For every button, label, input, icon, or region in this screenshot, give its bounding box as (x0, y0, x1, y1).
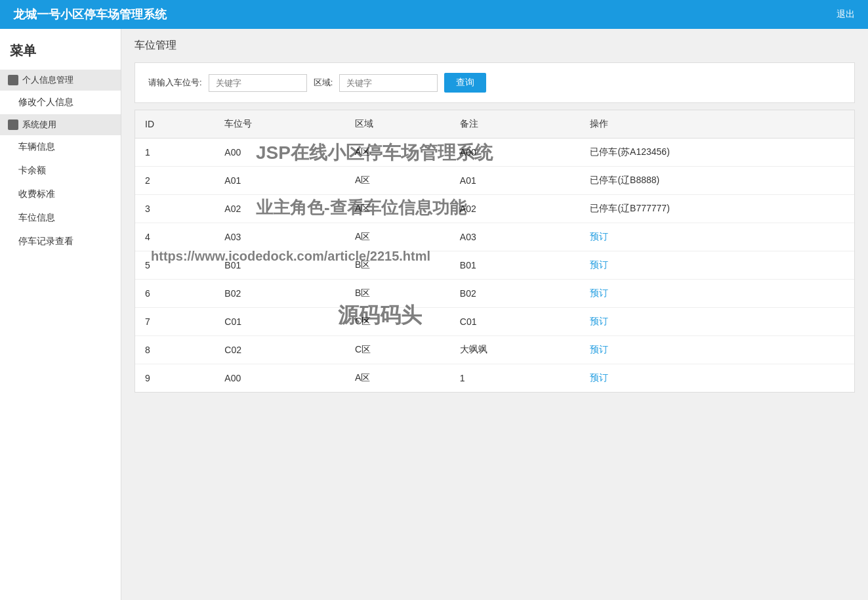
reserve-link[interactable]: 预订 (590, 288, 608, 298)
logout-button[interactable]: 退出 (837, 9, 855, 20)
cell-id: 3 (135, 195, 215, 223)
col-space-no: 车位号 (215, 110, 345, 139)
cell-remark: 大飒飒 (450, 336, 581, 364)
space-search-input[interactable] (209, 74, 307, 92)
cell-space_no: C02 (215, 336, 345, 364)
cell-space_no: B01 (215, 251, 345, 280)
cell-space_no: A01 (215, 167, 345, 195)
app-title: 龙城一号小区停车场管理系统 (13, 7, 167, 22)
sidebar-item-card-balance[interactable]: 卡余额 (0, 159, 121, 182)
space-search-label: 请输入车位号: (148, 77, 202, 89)
cell-area: A区 (345, 364, 450, 393)
col-id: ID (135, 110, 215, 139)
app-header: 龙城一号小区停车场管理系统 退出 (0, 0, 868, 29)
main-content: JSP在线小区停车场管理系统 业主角色-查看车位信息功能 https://www… (121, 29, 868, 600)
reserve-link[interactable]: 预订 (590, 372, 608, 383)
cell-remark: A02 (450, 195, 581, 223)
system-group-icon (8, 119, 18, 130)
sidebar-menu-label: 菜单 (0, 35, 121, 70)
table-row: 1A00A区A00已停车(苏A123456) (135, 139, 854, 167)
reserve-link[interactable]: 预订 (590, 259, 608, 270)
cell-area: C区 (345, 336, 450, 364)
sidebar-item-modify-personal[interactable]: 修改个人信息 (0, 91, 121, 114)
cell-space_no: A02 (215, 195, 345, 223)
cell-space_no: A00 (215, 364, 345, 393)
col-remark: 备注 (450, 110, 581, 139)
page-title: 车位管理 (134, 39, 855, 53)
search-bar: 请输入车位号: 区域: 查询 (134, 62, 855, 103)
cell-space_no: C01 (215, 308, 345, 336)
sidebar-item-parking-record[interactable]: 停车记录查看 (0, 230, 121, 253)
sidebar-group-system[interactable]: 系统使用 (0, 114, 121, 135)
cell-action: 预订 (580, 364, 854, 393)
area-search-input[interactable] (339, 74, 438, 92)
area-search-label: 区域: (314, 77, 333, 89)
cell-id: 2 (135, 167, 215, 195)
cell-area: B区 (345, 280, 450, 308)
cell-area: A区 (345, 195, 450, 223)
table-row: 7C01C区C01预订 (135, 308, 854, 336)
table-row: 8C02C区大飒飒预订 (135, 336, 854, 364)
sidebar-item-vehicle-info[interactable]: 车辆信息 (0, 135, 121, 159)
cell-action: 预订 (580, 251, 854, 280)
cell-action: 已停车(苏A123456) (580, 139, 854, 167)
cell-area: A区 (345, 139, 450, 167)
cell-action: 预订 (580, 223, 854, 251)
cell-remark: B02 (450, 280, 581, 308)
cell-id: 4 (135, 223, 215, 251)
search-button[interactable]: 查询 (444, 73, 486, 93)
parking-table: ID 车位号 区域 备注 操作 1A00A区A00已停车(苏A123456)2A… (135, 110, 854, 392)
cell-remark: 1 (450, 364, 581, 393)
sidebar-group-personal-label: 个人信息管理 (22, 74, 73, 86)
cell-remark: C01 (450, 308, 581, 336)
cell-area: B区 (345, 251, 450, 280)
cell-action: 已停车(辽B777777) (580, 195, 854, 223)
sidebar-item-fee-standard[interactable]: 收费标准 (0, 182, 121, 206)
cell-id: 1 (135, 139, 215, 167)
cell-id: 6 (135, 280, 215, 308)
cell-id: 7 (135, 308, 215, 336)
table-row: 5B01B区B01预订 (135, 251, 854, 280)
cell-remark: B01 (450, 251, 581, 280)
cell-space_no: B02 (215, 280, 345, 308)
col-area: 区域 (345, 110, 450, 139)
cell-id: 9 (135, 364, 215, 393)
sidebar-group-personal[interactable]: 个人信息管理 (0, 70, 121, 91)
main-wrapper: JSP在线小区停车场管理系统 业主角色-查看车位信息功能 https://www… (134, 39, 855, 393)
personal-group-icon (8, 75, 18, 85)
cell-area: C区 (345, 308, 450, 336)
cell-space_no: A00 (215, 139, 345, 167)
table-body: 1A00A区A00已停车(苏A123456)2A01A区A01已停车(辽B888… (135, 139, 854, 393)
cell-remark: A01 (450, 167, 581, 195)
sidebar: 菜单 个人信息管理 修改个人信息 系统使用 车辆信息 卡余额 收费标准 车位信息… (0, 29, 121, 600)
cell-id: 8 (135, 336, 215, 364)
cell-action: 预订 (580, 308, 854, 336)
sidebar-item-parking-info[interactable]: 车位信息 (0, 206, 121, 230)
cell-space_no: A03 (215, 223, 345, 251)
reserve-link[interactable]: 预订 (590, 344, 608, 354)
table-row: 2A01A区A01已停车(辽B8888) (135, 167, 854, 195)
cell-area: A区 (345, 223, 450, 251)
parking-table-container: ID 车位号 区域 备注 操作 1A00A区A00已停车(苏A123456)2A… (134, 110, 855, 393)
reserve-link[interactable]: 预订 (590, 316, 608, 326)
cell-action: 预订 (580, 336, 854, 364)
reserve-link[interactable]: 预订 (590, 231, 608, 242)
table-header-row: ID 车位号 区域 备注 操作 (135, 110, 854, 139)
cell-action: 预订 (580, 280, 854, 308)
cell-id: 5 (135, 251, 215, 280)
table-row: 9A00A区1预订 (135, 364, 854, 393)
cell-action: 已停车(辽B8888) (580, 167, 854, 195)
cell-remark: A00 (450, 139, 581, 167)
table-row: 3A02A区A02已停车(辽B777777) (135, 195, 854, 223)
table-row: 4A03A区A03预订 (135, 223, 854, 251)
cell-area: A区 (345, 167, 450, 195)
table-row: 6B02B区B02预订 (135, 280, 854, 308)
sidebar-group-system-label: 系统使用 (22, 119, 56, 131)
cell-remark: A03 (450, 223, 581, 251)
col-action: 操作 (580, 110, 854, 139)
